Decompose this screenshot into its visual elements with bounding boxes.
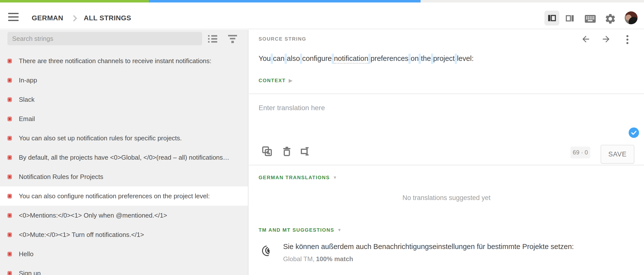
tm-suggestions-label: TM AND MT SUGGESTIONS bbox=[258, 227, 334, 233]
string-text: Notification Rules for Projects bbox=[19, 173, 103, 181]
tm-suggestion-item[interactable]: Sie können außerdem auch Benachrichtigun… bbox=[260, 243, 574, 263]
string-list-item[interactable]: In-app bbox=[0, 70, 248, 90]
search-placeholder: Search strings bbox=[12, 35, 53, 42]
string-list-item[interactable]: You can also configure notification pref… bbox=[0, 186, 248, 206]
list-view-icon[interactable] bbox=[208, 34, 218, 43]
source-word: project bbox=[433, 54, 455, 62]
previous-string-button[interactable] bbox=[581, 34, 591, 44]
string-list-item[interactable]: You can also set up notification rules f… bbox=[0, 128, 248, 148]
string-text: You can also configure notification pref… bbox=[19, 192, 210, 200]
source-string-text: You·can·also·configure·notification·pref… bbox=[258, 54, 474, 63]
source-word: the bbox=[421, 54, 431, 62]
tm-match-percent: 100% match bbox=[316, 255, 353, 263]
untranslated-status-badge bbox=[8, 136, 12, 141]
panel-right-layout-icon bbox=[565, 14, 575, 23]
progress-translated-segment bbox=[0, 0, 149, 2]
string-list-item[interactable]: Email bbox=[0, 109, 248, 128]
german-translations-expander[interactable]: GERMAN TRANSLATIONS ▼ bbox=[258, 175, 337, 180]
space-marker: · bbox=[284, 54, 287, 64]
source-string-label: SOURCE STRING bbox=[258, 36, 306, 42]
untranslated-status-badge bbox=[8, 97, 12, 102]
breadcrumb-section[interactable]: ALL STRINGS bbox=[84, 14, 131, 22]
space-marker: · bbox=[271, 54, 273, 64]
triangle-down-icon: ▼ bbox=[337, 228, 342, 233]
space-marker: · bbox=[408, 54, 411, 64]
settings-button[interactable] bbox=[604, 12, 617, 25]
source-word: preferences bbox=[370, 54, 408, 62]
check-icon bbox=[628, 127, 639, 138]
copy-source-button[interactable] bbox=[261, 146, 273, 157]
delete-translation-button[interactable] bbox=[281, 146, 292, 157]
source-word: You bbox=[258, 54, 271, 62]
search-input[interactable]: Search strings bbox=[8, 32, 202, 45]
string-list-item[interactable]: Sign up bbox=[0, 264, 248, 275]
string-text: <0>Mentions:</0><1> Only when @mentioned… bbox=[19, 212, 167, 219]
source-word: level: bbox=[457, 54, 474, 62]
space-marker: · bbox=[300, 54, 302, 64]
tm-suggestions-expander[interactable]: TM AND MT SUGGESTIONS ▼ bbox=[258, 227, 342, 233]
panel-left-layout-icon bbox=[547, 13, 556, 23]
editor-panel: SOURCE STRING You·can·also·configure·not… bbox=[249, 30, 644, 275]
keyboard-shortcuts-button[interactable] bbox=[584, 14, 597, 24]
string-list-item[interactable]: Notification Rules for Projects bbox=[0, 167, 248, 186]
left-panel-layout-button[interactable] bbox=[544, 11, 559, 25]
insert-placeholder-button[interactable] bbox=[300, 146, 311, 157]
string-text: Email bbox=[19, 115, 35, 123]
menu-icon[interactable] bbox=[8, 13, 18, 21]
space-marker: · bbox=[431, 54, 433, 64]
space-marker: · bbox=[418, 54, 421, 64]
tm-suggestion-text: Sie können außerdem auch Benachrichtigun… bbox=[283, 243, 574, 251]
string-list-item[interactable]: By default, all the projects have <0>Glo… bbox=[0, 148, 248, 167]
string-list-item[interactable]: There are three notification channels to… bbox=[0, 51, 248, 70]
string-list: There are three notification channels to… bbox=[0, 51, 248, 275]
untranslated-status-badge bbox=[8, 271, 12, 275]
string-text: Hello bbox=[19, 250, 34, 258]
top-bar: GERMAN ALL STRINGS bbox=[0, 2, 644, 29]
space-marker: · bbox=[368, 54, 370, 64]
string-text: By default, all the projects have <0>Glo… bbox=[19, 154, 229, 161]
next-string-button[interactable] bbox=[601, 34, 611, 44]
save-button[interactable]: SAVE bbox=[601, 145, 634, 164]
untranslated-status-badge bbox=[8, 59, 12, 63]
string-text: Sign up bbox=[19, 270, 40, 275]
space-marker: · bbox=[332, 54, 334, 64]
tm-suggestion-meta: Global TM,100% match bbox=[283, 255, 574, 263]
source-word: also bbox=[287, 54, 300, 62]
untranslated-status-badge bbox=[8, 175, 12, 179]
tm-suggestion-body: Sie können außerdem auch Benachrichtigun… bbox=[283, 243, 574, 263]
space-marker: · bbox=[455, 54, 457, 64]
untranslated-status-badge bbox=[8, 194, 12, 199]
source-word: notification bbox=[334, 54, 368, 64]
more-options-icon[interactable] bbox=[624, 35, 631, 44]
divider bbox=[249, 165, 644, 165]
chevron-right-icon bbox=[70, 13, 79, 23]
source-word: on bbox=[411, 54, 418, 62]
gear-icon bbox=[604, 13, 616, 25]
context-label: CONTEXT bbox=[258, 78, 286, 83]
untranslated-status-badge bbox=[8, 117, 12, 121]
strings-sidebar: Search strings There are three notificat… bbox=[0, 30, 248, 275]
no-translations-message: No translations suggested yet bbox=[249, 194, 644, 202]
right-panel-layout-button[interactable] bbox=[564, 13, 576, 23]
string-list-item[interactable]: <0>Mute:</0><1> Turn off notifications.<… bbox=[0, 225, 248, 244]
context-expander[interactable]: CONTEXT ▶ bbox=[258, 77, 292, 83]
app-root: GERMAN ALL STRINGS bbox=[0, 0, 644, 275]
string-list-item[interactable]: Hello bbox=[0, 244, 248, 264]
filter-icon[interactable] bbox=[228, 34, 237, 43]
string-list-item[interactable]: <0>Mentions:</0><1> Only when @mentioned… bbox=[0, 206, 248, 225]
untranslated-status-badge bbox=[8, 78, 12, 83]
breadcrumb-project[interactable]: GERMAN bbox=[32, 14, 63, 22]
tm-origin: Global TM, bbox=[283, 255, 314, 263]
char-counter: 69 · 0 bbox=[570, 147, 590, 158]
keyboard-icon bbox=[584, 14, 596, 23]
string-text: Slack bbox=[19, 96, 35, 103]
untranslated-status-badge bbox=[8, 155, 12, 160]
project-progress-bar bbox=[0, 0, 644, 2]
tm-match-badge-icon bbox=[260, 245, 273, 258]
avatar[interactable] bbox=[625, 11, 638, 24]
string-list-item[interactable]: Slack bbox=[0, 90, 248, 109]
string-text: In-app bbox=[19, 76, 37, 84]
approve-check-button[interactable] bbox=[628, 127, 639, 138]
string-text: You can also set up notification rules f… bbox=[19, 134, 182, 142]
untranslated-status-badge bbox=[8, 233, 12, 237]
